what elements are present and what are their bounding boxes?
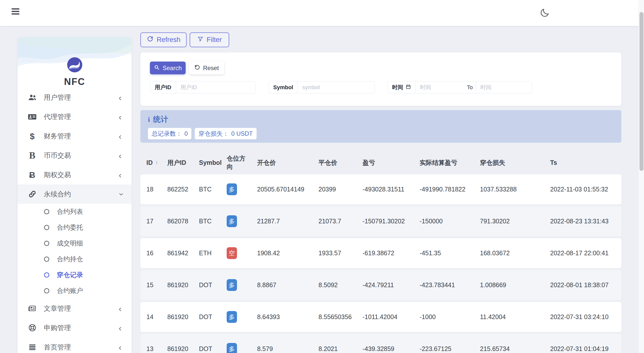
- sidebar-menu-item[interactable]: $ 财务管理 ‹: [18, 126, 132, 146]
- cell-direction: 空: [227, 247, 257, 259]
- calendar-icon: [406, 84, 411, 91]
- sidebar-menu-item[interactable]: 合约持仓 ‹: [18, 251, 132, 267]
- column-header[interactable]: 盈亏 ↑: [363, 159, 420, 167]
- filter-button[interactable]: Filter: [190, 32, 229, 47]
- refresh-button-label: Refresh: [157, 36, 181, 44]
- column-header[interactable]: 仓位方向 ↑: [227, 154, 257, 171]
- column-header[interactable]: Symbol ↑: [199, 159, 227, 166]
- stat-badge-value: 0 USDT: [231, 130, 253, 137]
- filter-fields: 用户ID Symbol 时间 To: [150, 81, 621, 93]
- refresh-button[interactable]: Refresh: [140, 32, 187, 47]
- cell-symbol: DOT: [199, 345, 227, 352]
- sidebar-menu-item[interactable]: 合约账户 ‹: [18, 283, 132, 299]
- cell-loss: 791.30202: [480, 218, 550, 225]
- cell-loss: 1037.533288: [480, 186, 550, 193]
- cell-timestamp: 2022-08-17 22:00:41: [550, 249, 621, 257]
- cell-symbol: DOT: [199, 313, 227, 321]
- cell-direction: 多: [227, 279, 257, 291]
- chevron-icon: ‹: [119, 304, 122, 313]
- life-ring-icon: [27, 324, 37, 332]
- refresh-icon: [147, 36, 153, 44]
- sidebar-menu-item[interactable]: 代理管理 ‹: [18, 107, 132, 126]
- menu-item-label: 穿仓记录: [57, 271, 83, 279]
- sidebar: NFC 用户管理 ‹ 代理管理 ‹ $ 财务管理 ‹ B 币币交易: [18, 37, 132, 353]
- cell-pnl: -1011.42004: [363, 313, 420, 321]
- time-from-input[interactable]: [416, 81, 464, 93]
- column-header-label: 实际结算盈亏: [420, 159, 457, 167]
- sidebar-menu-item[interactable]: 合约列表 ‹: [18, 204, 132, 220]
- direction-badge: 多: [227, 215, 237, 227]
- list-icon: [27, 343, 37, 351]
- cell-timestamp: 2022-08-01 18:38:07: [550, 281, 621, 289]
- cell-id: 17: [146, 218, 167, 225]
- table-row[interactable]: 14 861920 DOT 多 8.64393 8.55650356 -1011…: [140, 302, 621, 332]
- cell-close-price: 21073.7: [318, 218, 363, 225]
- time-to-input[interactable]: [476, 81, 532, 93]
- column-header-label: 仓位方向: [227, 154, 252, 171]
- table-row[interactable]: 13 861920 DOT 多 8.579 8.2021 -439.32859 …: [140, 334, 621, 353]
- sidebar-menu-item[interactable]: 永续合约 ‹: [18, 184, 132, 204]
- moon-icon[interactable]: [539, 8, 550, 19]
- column-header[interactable]: ID ↑: [146, 159, 167, 166]
- undo-icon: [194, 64, 200, 72]
- stat-badge-value: 0: [184, 130, 188, 137]
- sidebar-menu-item[interactable]: 成交明细 ‹: [18, 235, 132, 251]
- cell-direction: 多: [227, 183, 257, 195]
- stat-badge-label: 穿仓损失：: [198, 130, 229, 138]
- menu-item-label: 合约列表: [57, 207, 83, 216]
- cell-symbol: BTC: [199, 186, 227, 193]
- cell-settle-pnl: -1000: [420, 313, 480, 321]
- user-id-input[interactable]: [176, 81, 256, 93]
- column-header[interactable]: 用户ID ↑: [167, 159, 199, 167]
- cell-id: 15: [146, 281, 167, 289]
- sidebar-menu-item[interactable]: 穿仓记录 ‹: [18, 267, 132, 283]
- sidebar-menu-item[interactable]: 申购管理 ‹: [18, 318, 132, 337]
- cell-id: 13: [146, 345, 167, 352]
- statistics-title-text: 统计: [153, 114, 168, 125]
- cell-timestamp: 2022-08-23 13:31:43: [550, 218, 621, 225]
- sidebar-menu-item[interactable]: Ƀ 期权交易 ‹: [18, 165, 132, 184]
- cell-close-price: 20399: [318, 186, 363, 193]
- cell-loss: 168.03672: [480, 249, 550, 257]
- table-row[interactable]: 17 862078 BTC 多 21287.7 21073.7 -150791.…: [140, 206, 621, 236]
- cell-direction: 多: [227, 343, 257, 353]
- sidebar-menu-item[interactable]: 文章管理 ‹: [18, 299, 132, 318]
- cell-id: 16: [146, 249, 167, 257]
- column-header[interactable]: 实际结算盈亏 ↑: [420, 159, 480, 167]
- column-header[interactable]: 穿仓损失 ↑: [480, 159, 550, 167]
- symbol-input[interactable]: [298, 81, 375, 93]
- column-header[interactable]: 开仓价 ↑: [257, 159, 318, 167]
- column-header[interactable]: Ts ↑: [550, 159, 621, 166]
- table-row[interactable]: 15 861920 DOT 多 8.8867 8.5092 -424.79211…: [140, 270, 621, 300]
- stat-badge-label: 总记录数：: [152, 130, 182, 138]
- submenu-circle-icon: [44, 241, 49, 246]
- cell-pnl: -424.79211: [363, 281, 420, 289]
- sidebar-menu-item[interactable]: B 币币交易 ‹: [18, 146, 132, 165]
- menu-item-label: 币币交易: [44, 151, 71, 160]
- submenu-circle-icon: [44, 209, 49, 214]
- hamburger-icon[interactable]: [12, 8, 20, 16]
- table-row[interactable]: 16 861942 ETH 空 1908.42 1933.57 -619.386…: [140, 238, 621, 268]
- chevron-icon: ‹: [119, 324, 122, 332]
- column-header-label: 平仓价: [318, 159, 337, 167]
- cell-user-id: 861920: [167, 313, 199, 321]
- vertical-scrollbar-thumb[interactable]: [639, 12, 643, 171]
- search-button[interactable]: Search: [150, 62, 186, 74]
- bold-b-icon: B: [27, 151, 37, 160]
- filter-panel: Search Reset 用户ID Symbol 时间: [140, 53, 621, 106]
- sidebar-menu-item[interactable]: 合约委托 ‹: [18, 220, 132, 235]
- reset-button[interactable]: Reset: [189, 62, 224, 74]
- table-body: 18 862252 BTC 多 20505.67014149 20399 -49…: [140, 174, 621, 353]
- search-row: Search Reset: [150, 62, 621, 74]
- users-icon: [27, 93, 37, 102]
- table-row[interactable]: 18 862252 BTC 多 20505.67014149 20399 -49…: [140, 174, 621, 204]
- menu-item-label: 合约持仓: [57, 255, 83, 264]
- column-header[interactable]: 平仓价 ↑: [318, 159, 363, 167]
- bitcoin-icon: Ƀ: [27, 171, 37, 179]
- cell-symbol: DOT: [199, 281, 227, 289]
- id-card-icon: [27, 113, 37, 121]
- cell-open-price: 20505.67014149: [257, 186, 318, 193]
- sidebar-menu-item[interactable]: 首页管理 ‹: [18, 337, 132, 353]
- direction-badge: 多: [227, 311, 237, 323]
- cell-loss: 1.008669: [480, 281, 550, 289]
